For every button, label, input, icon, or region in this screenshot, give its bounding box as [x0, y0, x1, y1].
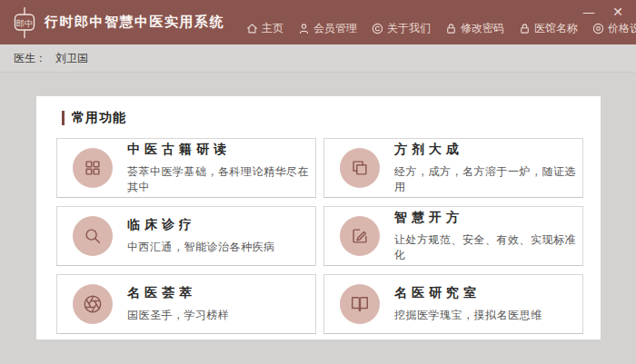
user-icon: [298, 23, 310, 34]
copy-icon: [350, 158, 370, 178]
minimize-button[interactable]: —: [581, 5, 596, 19]
app-logo-seal-icon: 郎中: [13, 6, 36, 39]
nav-clinic-name[interactable]: 医馆名称: [519, 21, 578, 36]
card-doctor-research[interactable]: 名医研究室 挖掘医学瑰宝，摸拟名医思维: [323, 274, 583, 334]
main-nav: 主页 会员管理 关于我们 修改密码 医馆名称 价格设置 财务核账: [246, 21, 636, 44]
card-title: 临床诊疗: [127, 217, 275, 233]
doctor-bar: 医生： 刘卫国: [0, 44, 636, 73]
card-title: 方剂大成: [394, 142, 582, 158]
doctor-name: 刘卫国: [55, 51, 88, 66]
nav-members[interactable]: 会员管理: [298, 21, 357, 36]
nav-about[interactable]: 关于我们: [372, 21, 431, 36]
target-icon: [592, 23, 604, 34]
accent-bar: [62, 111, 65, 125]
common-functions-panel: 常用功能 中医古籍研读 荟萃中医学基础，各科理论精华尽在其中: [36, 96, 601, 339]
card-ancient-books[interactable]: 中医古籍研读 荟萃中医学基础，各科理论精华尽在其中: [56, 138, 316, 198]
lock-icon: [519, 23, 531, 34]
close-button[interactable]: ✕: [611, 5, 625, 19]
edit-icon: [350, 226, 370, 246]
card-clinical-diagnosis[interactable]: 临床诊疗 中西汇通，智能诊治各种疾病: [56, 206, 316, 266]
card-formula-collection[interactable]: 方剂大成 经方，成方，名方溶于一炉，随证选用: [323, 138, 583, 198]
card-title: 智慧开方: [394, 210, 582, 226]
grid-icon: [83, 158, 103, 178]
doctor-label: 医生：: [14, 51, 46, 66]
svg-text:郎中: 郎中: [16, 18, 33, 27]
card-subtitle: 国医圣手，学习榜样: [127, 308, 230, 323]
copyright-icon: [372, 23, 383, 34]
home-icon: [246, 23, 258, 34]
card-subtitle: 中西汇通，智能诊治各种疾病: [127, 240, 275, 255]
aperture-icon: [83, 294, 103, 314]
main-area: 常用功能 中医古籍研读 荟萃中医学基础，各科理论精华尽在其中: [0, 96, 636, 364]
card-title: 名医荟萃: [127, 285, 230, 301]
lock-icon: [445, 23, 457, 34]
nav-home[interactable]: 主页: [246, 21, 283, 36]
nav-price-settings[interactable]: 价格设置: [592, 21, 636, 36]
card-subtitle: 经方，成方，名方溶于一炉，随证选用: [394, 164, 582, 195]
search-icon: [83, 226, 103, 246]
book-open-icon: [350, 294, 370, 314]
card-smart-prescription[interactable]: 智慧开方 让处方规范、安全、有效、实现标准化: [323, 206, 583, 266]
window-controls: — ✕: [581, 5, 625, 19]
section-title: 常用功能: [72, 110, 126, 126]
function-grid: 中医古籍研读 荟萃中医学基础，各科理论精华尽在其中 方剂大成 经方，成方，名方溶…: [56, 138, 601, 334]
nav-change-password[interactable]: 修改密码: [445, 21, 504, 36]
card-famous-doctors[interactable]: 名医荟萃 国医圣手，学习榜样: [56, 274, 316, 334]
title-bar: 郎中 行时郎中智慧中医实用系统 主页 会员管理 关于我们 修改密码 医馆名称 价…: [0, 0, 636, 44]
card-subtitle: 让处方规范、安全、有效、实现标准化: [394, 232, 582, 263]
card-subtitle: 荟萃中医学基础，各科理论精华尽在其中: [127, 164, 315, 195]
card-title: 名医研究室: [394, 285, 542, 301]
panel-header: 常用功能: [62, 110, 601, 126]
card-title: 中医古籍研读: [127, 142, 315, 158]
app-title: 行时郎中智慧中医实用系统: [45, 14, 224, 31]
card-subtitle: 挖掘医学瑰宝，摸拟名医思维: [394, 308, 542, 323]
